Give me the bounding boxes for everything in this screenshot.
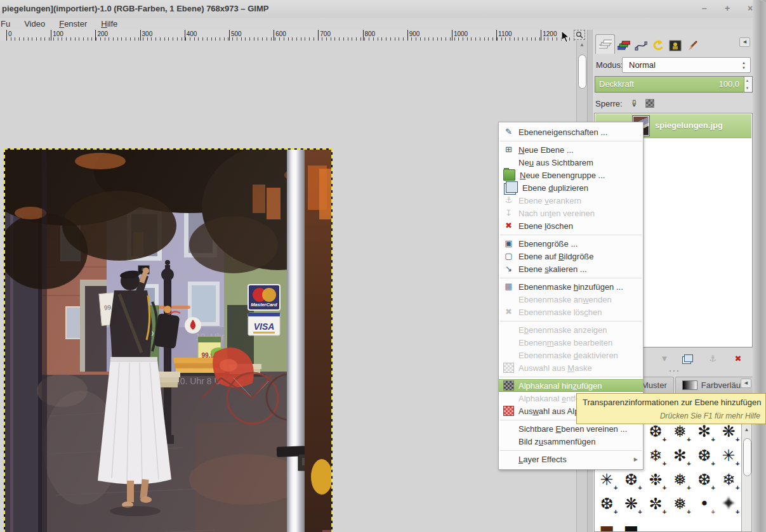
menu-item-icon	[503, 294, 514, 304]
brush-item[interactable]: ▬ +	[595, 516, 619, 532]
menu-item-ebene-auf-bildgroesse[interactable]: ▢ Ebene auf Bildgröße	[499, 250, 643, 263]
brush-item[interactable]: ❅ +	[668, 491, 692, 516]
brush-thumbnail: ❅	[673, 424, 687, 439]
brush-item[interactable]: ❆ +	[692, 443, 716, 467]
opacity-label: Deckkraft	[599, 79, 634, 89]
menu-item-ebeneneigenschaften[interactable]: ✎ Ebeneneigenschaften ...	[499, 126, 643, 138]
tooltip: Transparenzinformationen zur Ebene hinzu…	[576, 393, 766, 424]
dock-collapse-button[interactable]: ◀	[739, 37, 750, 47]
brush-thumbnail: ✻	[697, 424, 711, 439]
tab-brushes-dialog[interactable]	[683, 37, 701, 54]
menu-item-alphakanal-hinzufuegen[interactable]: Alphakanal hinzufügen	[499, 379, 643, 392]
brush-item[interactable]: ❉ +	[644, 467, 668, 491]
duplicate-layer-button[interactable]	[684, 354, 693, 362]
brush-thumbnail: ❅	[673, 472, 687, 488]
brush-thumbnail: ▬	[599, 520, 614, 532]
menu-item-label: Bild zusammenfügen	[518, 437, 638, 446]
brush-item[interactable]: • +	[692, 491, 716, 516]
brush-item[interactable]: ✻ +	[668, 443, 692, 467]
menu-item-neu-aus-sichtbarem[interactable]: Neu aus Sichtbarem	[499, 156, 643, 169]
brush-item[interactable]: ❄ +	[644, 443, 668, 467]
selection-from-mask-icon	[503, 363, 514, 373]
menu-item-sichtbare-ebenen-vereinen[interactable]: Sichtbare Ebenen vereinen ...	[499, 422, 643, 435]
horizontal-ruler[interactable]: 0 100 200 300 400 500 600 700 800 900 10…	[0, 30, 574, 41]
ruler-number: 600	[274, 30, 318, 38]
menu-item-label: Neu aus Sichtbarem	[518, 158, 638, 167]
menu-item-ebene-skalieren[interactable]: ↘ Ebene skalieren ...	[499, 263, 643, 275]
menu-item-ebene-loeschen[interactable]: ✖ Ebene löschen	[499, 219, 643, 232]
tab-layers[interactable]	[595, 34, 615, 54]
image-canvas[interactable]: 10. Uhr Samsta 10. Uhr 8 Uhr 99,95	[0, 41, 576, 532]
brush-overflow-marker: +	[687, 436, 690, 443]
paintbrush-icon	[686, 40, 699, 51]
canvas-scrollbar-thumb[interactable]	[578, 55, 586, 89]
mode-spinner[interactable]: ▲ ▼	[740, 58, 748, 72]
spinner-down-icon: ▼	[746, 86, 749, 90]
menu-item-neue-ebenengruppe[interactable]: Neue Ebenengruppe ...	[499, 169, 643, 181]
layer-mode-dropdown[interactable]: Normal ▲ ▼	[622, 57, 751, 73]
canvas-photo[interactable]: 10. Uhr Samsta 10. Uhr 8 Uhr 99,95	[4, 148, 333, 532]
brush-item[interactable]: ✳ +	[716, 443, 741, 467]
menu-item-ebenenmaske-anzeigen: Ebenenmaske anzeigen	[499, 323, 643, 336]
menu-item-bild-zusammenfuegen[interactable]: Bild zusammenfügen	[499, 435, 643, 448]
tab-channels[interactable]	[615, 37, 632, 54]
dock-collapse-button-bottom[interactable]: ◀	[741, 379, 751, 388]
lock-alpha-icon[interactable]	[645, 99, 654, 108]
scroll-up-icon[interactable]: ▲	[577, 42, 587, 48]
menu-separator	[500, 450, 642, 451]
minimize-button[interactable]: –	[697, 1, 711, 15]
anchor-layer-icon: ⚓	[503, 195, 514, 205]
scroll-up-icon[interactable]: ▲	[742, 427, 751, 432]
brush-item[interactable]: ❄ +	[716, 467, 741, 491]
brush-item[interactable]: ✦ +	[716, 491, 741, 516]
zoom-follow-window-button[interactable]	[574, 30, 585, 40]
titlebar[interactable]: piegelungen](importiert)-1.0 (RGB-Farben…	[0, 0, 766, 18]
menu-item-label: Ebenenmaske hinzufügen ...	[518, 282, 638, 292]
brush-item[interactable]: ❅ +	[668, 467, 692, 491]
brush-item[interactable]: ▬ +	[619, 516, 643, 532]
brush-thumbnail: ❄	[649, 448, 663, 464]
dock-resize-grip[interactable]	[669, 370, 679, 372]
menu-item-neue-ebene[interactable]: ⊞ Neue Ebene ...	[499, 143, 643, 156]
opacity-spinner[interactable]: ▲ ▼	[743, 77, 751, 92]
lock-pixels-icon[interactable]: ✑	[628, 100, 640, 108]
tab-undo-history[interactable]	[649, 37, 666, 54]
scale-layer-icon: ↘	[503, 264, 514, 274]
brush-item[interactable]: ✼ +	[644, 491, 668, 516]
tooltip-text: Transparenzinformationen zur Ebene hinzu…	[583, 398, 761, 407]
brush-overflow-marker: +	[711, 484, 715, 491]
mouse-cursor	[561, 30, 570, 43]
brush-item[interactable]: ❆ +	[692, 467, 716, 491]
brush-item[interactable]: ✳ +	[595, 467, 619, 491]
opacity-slider[interactable]: Deckkraft 100,0 ▲ ▼	[595, 76, 753, 93]
menubar-item-hilfe[interactable]: Hilfe	[94, 19, 124, 29]
lower-layer-button[interactable]: ▼	[659, 354, 670, 363]
menu-item-ebenenmaske-loeschen: ✖ Ebenenmaske löschen	[499, 306, 643, 318]
brushes-scrollbar-thumb[interactable]	[743, 438, 751, 476]
menu-item-layer-effects[interactable]: Layer Effects ▶	[499, 453, 643, 465]
menu-item-ebene-duplizieren[interactable]: Ebene duplizieren	[499, 181, 643, 194]
anchor-layer-button[interactable]: ⚓	[707, 354, 718, 363]
menubar-item-video[interactable]: Video	[17, 19, 52, 29]
menu-item-label: Ebene verankern	[518, 196, 638, 205]
menubar-item-fu[interactable]: Fu	[0, 19, 17, 29]
add-alpha-channel-icon	[503, 380, 514, 391]
menu-item-label: Nach unten vereinen	[518, 209, 638, 218]
delete-layer-button[interactable]: ✖	[732, 354, 744, 363]
menu-item-icon	[503, 393, 514, 403]
menubar-item-fenster[interactable]: Fenster	[52, 19, 94, 29]
tab-paths[interactable]	[632, 37, 649, 54]
window-right-edge	[753, 0, 766, 532]
brush-item[interactable]: ❆ +	[595, 491, 619, 516]
brush-thumbnail: ❆	[600, 496, 614, 512]
brush-item[interactable]: ❋ +	[619, 491, 643, 516]
brush-thumbnail: ❆	[649, 424, 663, 439]
menu-item-label: Neue Ebenengruppe ...	[520, 171, 638, 180]
maximize-button[interactable]: +	[720, 1, 734, 15]
brush-item[interactable]: ❆ +	[619, 467, 643, 491]
duplicate-layer-icon	[506, 181, 518, 193]
menu-item-ebenengroesse[interactable]: ▣ Ebenengröße ...	[499, 237, 643, 250]
ruler-number: 0	[6, 30, 51, 38]
menu-item-ebenenmaske-hinzufuegen[interactable]: ▦ Ebenenmaske hinzufügen ...	[499, 280, 643, 293]
tab-pointer[interactable]	[666, 37, 683, 54]
